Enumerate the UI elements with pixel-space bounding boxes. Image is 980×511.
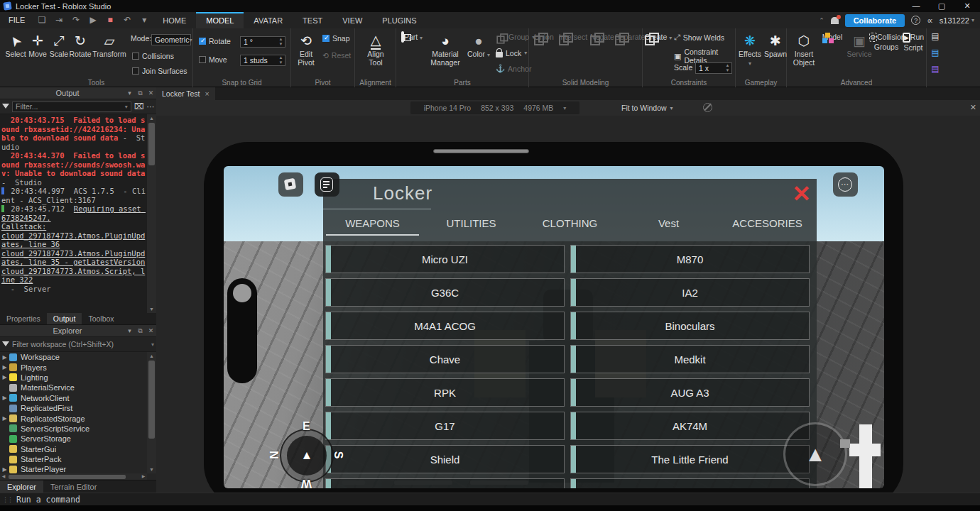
close-button[interactable]: ✕ (954, 0, 980, 12)
material-manager-button[interactable]: ◕Material Manager (425, 33, 466, 67)
explorer-item-material-service[interactable]: MaterialService (0, 383, 147, 392)
weapon-item[interactable]: G36C (325, 278, 565, 307)
collisions-checkbox[interactable]: Collisions (132, 52, 174, 60)
tab-toolbox[interactable]: Toolbox (82, 313, 120, 324)
separate-button[interactable]: Separate (613, 33, 647, 41)
notifications-bell-icon[interactable] (831, 17, 839, 24)
expand-arrow-icon[interactable]: ▶ (0, 364, 9, 370)
minimize-button[interactable]: — (903, 0, 929, 12)
anchor-button[interactable]: ⚓Anchor (496, 64, 531, 73)
help-icon[interactable]: ? (911, 16, 920, 25)
log-link[interactable]: cloud_2971874773.Atmos.PluginUpdates, li… (1, 249, 145, 267)
color-button[interactable]: ● Color ▾ (466, 33, 491, 58)
expand-arrow-icon[interactable]: ▶ (0, 374, 9, 380)
tab-properties[interactable]: Properties (0, 313, 47, 324)
edit-pivot-button[interactable]: ⟲Edit Pivot (293, 33, 320, 67)
device-info[interactable]: iPhone 14 Pro 852 x 393 4976 MB ▾ (410, 101, 579, 114)
chat-button[interactable] (315, 172, 339, 197)
output-filter-dropdown[interactable]: Filter...▾ (12, 101, 131, 112)
locker-tab-vest[interactable]: Vest (619, 213, 718, 236)
output-filter-icon[interactable] (2, 104, 9, 109)
output-more-icon[interactable]: ⋯ (147, 102, 155, 111)
rotate-device-icon[interactable] (703, 103, 712, 112)
weapon-item[interactable]: AK74M (570, 412, 810, 440)
expand-arrow-icon[interactable]: ▶ (0, 354, 9, 361)
user-menu[interactable]: s131222 ▾ (940, 16, 974, 25)
open-file-icon[interactable]: ⇥ (50, 12, 67, 28)
weapon-item[interactable]: Medkit (570, 345, 810, 373)
join-surfaces-checkbox[interactable]: Join Surfaces (132, 67, 187, 75)
weapon-item[interactable]: IA2 (570, 278, 810, 307)
tab-view[interactable]: VIEW (332, 12, 372, 28)
expand-arrow-icon[interactable]: ▶ (0, 466, 9, 473)
explorer-item-starter-gui[interactable]: StarterGui (0, 444, 147, 454)
tab-test[interactable]: TEST (293, 12, 332, 28)
tab-terrain-editor[interactable]: Terrain Editor (43, 480, 104, 493)
explorer-filter-input[interactable]: Filter workspace (Ctrl+Shift+X) (12, 340, 148, 348)
script-icon[interactable]: ▤ (930, 32, 940, 41)
model-button[interactable]: Model (818, 33, 846, 41)
redo-icon[interactable]: ↷ (67, 12, 85, 28)
snap-move-checkbox[interactable]: Move (199, 55, 227, 64)
undo-icon[interactable]: ↶ (119, 12, 136, 28)
command-bar-grip-icon[interactable]: ⋮⋮ (2, 496, 9, 503)
tab-home[interactable]: HOME (153, 12, 196, 28)
device-bar-close-icon[interactable]: ✕ (970, 103, 976, 112)
new-file-icon[interactable]: ❏ (33, 12, 50, 28)
explorer-item-server-storage[interactable]: ServerStorage (0, 434, 147, 444)
align-tool-button[interactable]: △ Align Tool (361, 33, 391, 67)
weapon-item[interactable]: Chave (325, 345, 565, 373)
weapon-item[interactable]: HK416C (570, 478, 810, 488)
zoom-mode-dropdown[interactable]: Fit to Window ▾ (621, 100, 673, 116)
explorer-hscrollbar[interactable]: ◀▶ (0, 473, 147, 480)
explorer-item-replicated-storage[interactable]: ▶ReplicatedStorage (0, 413, 147, 423)
stop-icon[interactable]: ■ (102, 12, 119, 28)
explorer-filter-icon[interactable] (2, 341, 9, 346)
output-float-icon[interactable]: ⧉ (135, 89, 146, 97)
spawn-button[interactable]: ✱Spawn (763, 33, 788, 58)
output-close-icon[interactable]: ✕ (146, 89, 156, 97)
select-tool-button[interactable]: ➤ Select (3, 33, 28, 58)
weapon-item[interactable]: M870 (570, 245, 810, 273)
lock-button[interactable]: Lock▾ (496, 48, 527, 57)
explorer-scrollbar[interactable]: ▲ ▼ (147, 352, 156, 473)
move-tool-button[interactable]: ✛Move (26, 33, 50, 58)
tab-model[interactable]: MODEL (196, 12, 244, 28)
weapon-item[interactable]: Micro UZI (325, 245, 565, 273)
locker-tab-accesories[interactable]: ACCESORIES (718, 213, 817, 236)
locker-close-button[interactable]: ✕ (792, 180, 811, 207)
insert-object-button[interactable]: ⬡Insert Object (788, 33, 820, 67)
explorer-close-icon[interactable]: ✕ (146, 327, 156, 334)
expand-arrow-icon[interactable]: ▶ (0, 395, 9, 401)
explorer-collapse-icon[interactable]: ▾ (124, 327, 135, 334)
snap-rotate-stepper[interactable]: 1 °▲▼ (240, 36, 285, 48)
tab-output[interactable]: Output (47, 313, 82, 324)
union-button[interactable]: Union (530, 33, 557, 41)
jump-button[interactable]: ▲ (783, 422, 847, 486)
log-link[interactable]: cloud_2971874773.Atmos.Script, line 322 (1, 267, 145, 285)
collapse-ribbon-icon[interactable]: ⌃ (819, 17, 824, 24)
explorer-item-lighting[interactable]: ▶Lighting (0, 373, 147, 383)
local-script-icon[interactable]: ▤ (930, 48, 940, 57)
weapon-item[interactable]: MP5 (325, 478, 565, 488)
explorer-item-starter-player[interactable]: ▶StarterPlayer (0, 464, 147, 473)
snap-move-stepper[interactable]: 1 studs▲▼ (240, 55, 285, 66)
explorer-item-workspace[interactable]: ▶Workspace (0, 352, 147, 362)
file-menu[interactable]: FILE (0, 12, 33, 28)
more-menu-button[interactable]: ⋯ (833, 172, 858, 197)
quick-access-chevron-icon[interactable]: ▾ (136, 12, 153, 28)
explorer-item-replicated-first[interactable]: ReplicatedFirst (0, 403, 147, 413)
show-welds-button[interactable]: ⤢Show Welds (674, 33, 724, 42)
part-button[interactable]: Part ▾ (399, 33, 425, 41)
collaborate-button[interactable]: Collaborate (845, 14, 905, 27)
weapon-item[interactable]: Binoculars (570, 312, 810, 340)
constraint-scale-stepper[interactable]: 1 x▲▼ (695, 62, 732, 74)
command-bar-input[interactable]: Run a command (16, 495, 80, 505)
transform-tool-button[interactable]: ▱Transform (89, 33, 129, 58)
compass-widget[interactable]: ▲ (280, 429, 334, 483)
mode-dropdown[interactable]: Geometric▾ (151, 34, 191, 45)
explorer-item-server-script-service[interactable]: ServerScriptService (0, 424, 147, 434)
effects-button[interactable]: ❋ Effects▾ (736, 33, 764, 67)
weapon-item[interactable]: The Little Friend (570, 445, 810, 473)
game-scene[interactable]: ⋯ Locker ✕ WEAPONS UTILITIES CLOTHING Ve… (156, 116, 980, 493)
